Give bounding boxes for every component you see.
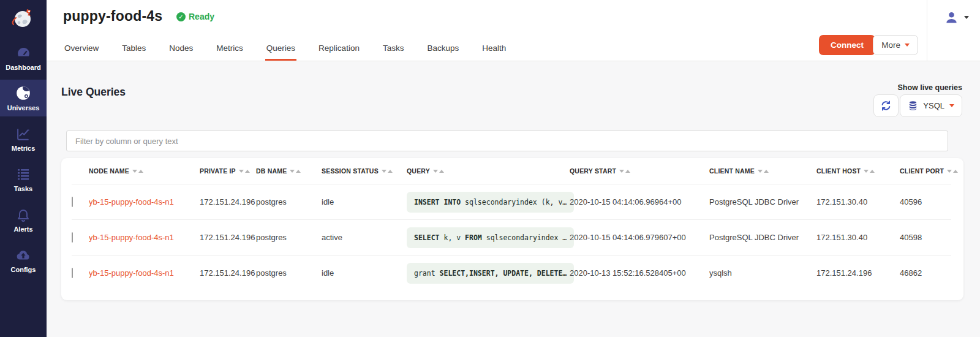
session-status-cell: idle: [322, 197, 407, 206]
live-queries-page: Live Queries Show live queries YSQL NOD: [47, 61, 980, 337]
dashboard-gauge-icon: [15, 45, 31, 61]
refresh-button[interactable]: [873, 94, 899, 117]
session-status-cell: idle: [322, 268, 407, 278]
api-selector-value: YSQL: [923, 101, 944, 110]
chevron-down-icon: [964, 16, 969, 19]
query-start-cell: 2020-10-13 15:52:16.528405+00: [570, 268, 709, 278]
sidebar-item-metrics[interactable]: Metrics: [0, 120, 47, 157]
tab-replication[interactable]: Replication: [317, 37, 361, 61]
client-port-cell: 40596: [900, 197, 951, 206]
live-queries-table: NODE NAME PRIVATE IP DB NAME SESSION STA…: [61, 158, 963, 300]
tab-tables[interactable]: Tables: [121, 37, 147, 61]
query-filter-input[interactable]: [66, 131, 948, 151]
page-title: Live Queries: [61, 86, 126, 99]
client-name-cell: ysqlsh: [709, 268, 816, 278]
table-row: yb-15-puppy-food-4s-n1 172.151.24.196 po…: [72, 184, 951, 219]
query-code-block[interactable]: INSERT INTO sqlsecondaryindex (k, v…: [407, 192, 574, 213]
sort-arrows-icon: [433, 170, 444, 173]
app-logo[interactable]: [0, 0, 47, 36]
node-name-link[interactable]: yb-15-puppy-food-4s-n1: [89, 268, 174, 278]
sort-arrows-icon: [290, 170, 301, 173]
sidebar-item-label: Dashboard: [6, 64, 40, 71]
sidebar-item-configs[interactable]: Configs: [0, 241, 47, 278]
client-port-cell: 46862: [900, 268, 951, 278]
sidebar-item-label: Universes: [7, 104, 40, 112]
row-checkbox[interactable]: [72, 197, 73, 207]
column-header-private-ip[interactable]: PRIVATE IP: [200, 167, 256, 175]
node-name-link[interactable]: yb-15-puppy-food-4s-n1: [89, 197, 174, 206]
more-button-label: More: [881, 40, 900, 50]
row-checkbox[interactable]: [72, 268, 73, 278]
client-port-cell: 40598: [900, 233, 951, 242]
universe-title: puppy-food-4s: [63, 8, 162, 25]
universes-globe-icon: [15, 85, 31, 101]
column-header-client-port[interactable]: CLIENT PORT: [900, 167, 958, 175]
sidebar-item-tasks[interactable]: Tasks: [0, 161, 47, 197]
table-row: yb-15-puppy-food-4s-n1 172.151.24.196 po…: [72, 219, 951, 255]
status-label: Ready: [189, 12, 214, 21]
client-host-cell: 172.151.24.196: [816, 268, 900, 278]
sort-arrows-icon: [758, 170, 769, 173]
row-checkbox[interactable]: [72, 232, 73, 243]
header-divider: [927, 0, 927, 61]
sidebar-item-label: Configs: [11, 266, 36, 273]
table-row: yb-15-puppy-food-4s-n1 172.151.24.196 po…: [72, 255, 951, 290]
table-header-row: NODE NAME PRIVATE IP DB NAME SESSION STA…: [72, 158, 951, 184]
connect-button[interactable]: Connect: [819, 35, 875, 55]
sort-arrows-icon: [947, 170, 958, 173]
api-selector-dropdown[interactable]: YSQL: [900, 94, 962, 117]
sidebar-item-label: Tasks: [14, 185, 32, 192]
sort-arrows-icon: [619, 170, 630, 173]
status-badge: ✓ Ready: [176, 12, 214, 21]
tab-queries[interactable]: Queries: [265, 37, 296, 61]
column-header-client-name[interactable]: CLIENT NAME: [709, 167, 816, 175]
sidebar: Dashboard Universes Metrics: [0, 0, 47, 337]
more-button[interactable]: More: [873, 35, 918, 55]
column-header-node-name[interactable]: NODE NAME: [89, 167, 200, 175]
universe-tabs: Overview Tables Nodes Metrics Queries Re…: [63, 37, 507, 61]
node-name-link[interactable]: yb-15-puppy-food-4s-n1: [89, 233, 174, 242]
tab-overview[interactable]: Overview: [63, 37, 100, 61]
db-name-cell: postgres: [256, 197, 322, 206]
query-code-block[interactable]: grant SELECT,INSERT, UPDATE, DELETE…: [407, 263, 574, 284]
tab-tasks[interactable]: Tasks: [382, 37, 405, 61]
chevron-down-icon: [905, 44, 910, 47]
alerts-bell-icon: [15, 206, 31, 222]
tab-metrics[interactable]: Metrics: [215, 37, 244, 61]
tab-backups[interactable]: Backups: [426, 37, 460, 61]
db-name-cell: postgres: [256, 233, 322, 242]
yugabyte-planet-rocket-icon: [10, 4, 37, 31]
tab-nodes[interactable]: Nodes: [168, 37, 194, 61]
database-icon: [908, 100, 918, 111]
query-start-cell: 2020-10-15 04:14:06.979607+00: [570, 233, 709, 242]
show-live-queries-label: Show live queries: [897, 83, 962, 92]
column-header-query-start[interactable]: QUERY START: [570, 167, 709, 175]
query-start-cell: 2020-10-15 04:14:06.96964+00: [570, 197, 709, 206]
sort-arrows-icon: [239, 170, 250, 173]
user-menu[interactable]: [944, 10, 969, 25]
private-ip-cell: 172.151.24.196: [200, 268, 256, 278]
tab-health[interactable]: Health: [481, 37, 507, 61]
sort-arrows-icon: [864, 170, 875, 173]
sidebar-item-label: Metrics: [12, 145, 36, 152]
client-name-cell: PostgreSQL JDBC Driver: [709, 233, 816, 242]
client-host-cell: 172.151.30.40: [816, 233, 900, 242]
sidebar-item-universes[interactable]: Universes: [0, 80, 47, 116]
sidebar-item-dashboard[interactable]: Dashboard: [0, 39, 47, 76]
refresh-icon: [880, 100, 892, 112]
chevron-down-icon: [949, 104, 954, 107]
column-header-db-name[interactable]: DB NAME: [256, 167, 322, 175]
metrics-chart-icon: [15, 126, 31, 142]
check-circle-icon: ✓: [176, 12, 186, 21]
column-header-client-host[interactable]: CLIENT HOST: [816, 167, 900, 175]
sort-arrows-icon: [382, 170, 393, 173]
query-code-block[interactable]: SELECT k, v FROM sqlsecondaryindex …: [407, 227, 574, 248]
sidebar-item-alerts[interactable]: Alerts: [0, 201, 47, 238]
universe-header: puppy-food-4s ✓ Ready Overview Tables No…: [47, 0, 980, 61]
column-header-query[interactable]: QUERY: [407, 167, 570, 175]
column-header-session-status[interactable]: SESSION STATUS: [322, 167, 407, 175]
session-status-cell: active: [322, 233, 407, 242]
configs-cloud-icon: [15, 247, 31, 263]
sort-arrows-icon: [132, 170, 143, 173]
private-ip-cell: 172.151.24.196: [200, 197, 256, 206]
